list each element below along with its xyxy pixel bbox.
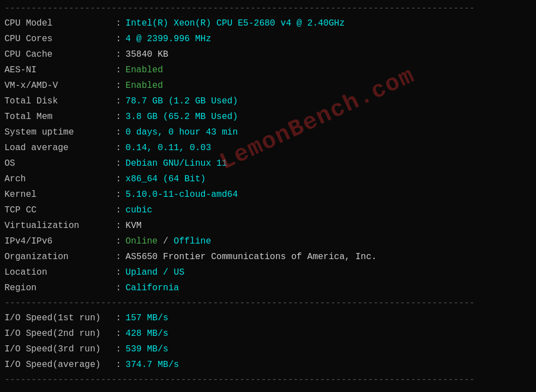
io-1st-run-value: 157 MB/s	[126, 311, 169, 325]
os-label: OS	[4, 157, 116, 170]
system-info-section: CPU Model : Intel(R) Xeon(R) CPU E5-2680…	[0, 14, 536, 297]
region-label: Region	[4, 281, 116, 295]
location-value: Upland / US	[126, 266, 185, 279]
cpu-model-value: Intel(R) Xeon(R) CPU E5-2680 v4 @ 2.40GH…	[126, 17, 345, 30]
io-2nd-run-colon: :	[116, 327, 121, 340]
location-colon: :	[116, 266, 121, 279]
aes-ni-label: AES-NI	[4, 63, 116, 77]
cpu-cores-label: CPU Cores	[4, 32, 116, 46]
location-label: Location	[4, 266, 116, 279]
io-3rd-run-row: I/O Speed(3rd run) : 539 MB/s	[0, 341, 536, 357]
cpu-cache-row: CPU Cache : 35840 KB	[0, 47, 536, 62]
total-mem-value: 3.8 GB (65.2 MB Used)	[126, 110, 238, 123]
aes-ni-value: Enabled	[126, 63, 163, 77]
os-colon: :	[116, 157, 121, 170]
load-average-value: 0.14, 0.11, 0.03	[126, 141, 212, 155]
total-mem-row: Total Mem : 3.8 GB (65.2 MB Used)	[0, 109, 536, 125]
vmx-row: VM-x/AMD-V : Enabled	[0, 78, 536, 93]
total-disk-colon: :	[116, 95, 121, 108]
io-3rd-run-value: 539 MB/s	[126, 343, 169, 356]
aes-ni-colon: :	[116, 63, 121, 77]
vmx-label: VM-x/AMD-V	[4, 79, 116, 92]
load-average-label: Load average	[4, 141, 116, 155]
middle-divider: ----------------------------------------…	[0, 297, 536, 309]
ipv4-ipv6-label: IPv4/IPv6	[4, 235, 116, 248]
region-value: California	[126, 281, 179, 295]
os-row: OS : Debian GNU/Linux 11	[0, 156, 536, 171]
kernel-label: Kernel	[4, 188, 116, 201]
system-uptime-colon: :	[116, 126, 121, 139]
cpu-cores-colon: :	[116, 32, 121, 46]
tcp-cc-label: TCP CC	[4, 204, 116, 217]
io-2nd-run-value: 428 MB/s	[126, 327, 169, 340]
region-row: Region : California	[0, 280, 536, 296]
cpu-cache-value: 35840 KB	[126, 48, 169, 61]
ipv4-ipv6-colon: :	[116, 235, 121, 248]
tcp-cc-value: cubic	[126, 204, 153, 217]
kernel-value: 5.10.0-11-cloud-amd64	[126, 188, 238, 201]
cpu-cache-colon: :	[116, 48, 121, 61]
load-average-row: Load average : 0.14, 0.11, 0.03	[0, 140, 536, 156]
total-disk-value: 78.7 GB (1.2 GB Used)	[126, 95, 238, 108]
io-section: I/O Speed(1st run) : 157 MB/s I/O Speed(…	[0, 309, 536, 374]
vmx-value: Enabled	[126, 79, 163, 92]
organization-colon: :	[116, 250, 121, 264]
arch-value: x86_64 (64 Bit)	[126, 172, 206, 186]
ipv6-offline: Offline	[174, 236, 211, 246]
cpu-model-label: CPU Model	[4, 17, 116, 30]
ipv4-ipv6-row: IPv4/IPv6 : Online / Offline	[0, 234, 536, 249]
arch-label: Arch	[4, 172, 116, 186]
virtualization-colon: :	[116, 219, 121, 232]
io-average-value: 374.7 MB/s	[126, 358, 179, 371]
cpu-model-row: CPU Model : Intel(R) Xeon(R) CPU E5-2680…	[0, 16, 536, 31]
kernel-row: Kernel : 5.10.0-11-cloud-amd64	[0, 187, 536, 202]
region-colon: :	[116, 281, 121, 295]
top-divider: ----------------------------------------…	[0, 2, 536, 14]
aes-ni-row: AES-NI : Enabled	[0, 62, 536, 78]
virtualization-value: KVM	[126, 219, 142, 232]
arch-colon: :	[116, 172, 121, 186]
cpu-cache-label: CPU Cache	[4, 48, 116, 61]
tcp-cc-row: TCP CC : cubic	[0, 202, 536, 218]
cpu-model-colon: :	[116, 17, 121, 30]
virtualization-label: Virtualization	[4, 219, 116, 232]
system-uptime-label: System uptime	[4, 126, 116, 139]
ip-slash: /	[163, 236, 174, 246]
cpu-cores-row: CPU Cores : 4 @ 2399.996 MHz	[0, 31, 536, 47]
location-row: Location : Upland / US	[0, 265, 536, 280]
io-average-row: I/O Speed(average) : 374.7 MB/s	[0, 357, 536, 373]
tcp-cc-colon: :	[116, 204, 121, 217]
io-average-colon: :	[116, 358, 121, 371]
total-mem-colon: :	[116, 110, 121, 123]
kernel-colon: :	[116, 188, 121, 201]
vmx-colon: :	[116, 79, 121, 92]
load-average-colon: :	[116, 141, 121, 155]
total-mem-label: Total Mem	[4, 110, 116, 123]
io-1st-run-colon: :	[116, 311, 121, 325]
io-3rd-run-label: I/O Speed(3rd run)	[4, 343, 116, 356]
organization-label: Organization	[4, 250, 116, 264]
io-1st-run-label: I/O Speed(1st run)	[4, 311, 116, 325]
terminal: LemonBench.com -------------------------…	[0, 0, 536, 392]
arch-row: Arch : x86_64 (64 Bit)	[0, 171, 536, 187]
io-3rd-run-colon: :	[116, 343, 121, 356]
ipv4-ipv6-value: Online / Offline	[126, 235, 212, 248]
virtualization-row: Virtualization : KVM	[0, 218, 536, 234]
cpu-cores-value: 4 @ 2399.996 MHz	[126, 32, 212, 46]
organization-row: Organization : AS5650 Frontier Communica…	[0, 249, 536, 265]
io-2nd-run-row: I/O Speed(2nd run) : 428 MB/s	[0, 326, 536, 341]
bottom-divider: ----------------------------------------…	[0, 374, 536, 386]
io-average-label: I/O Speed(average)	[4, 358, 116, 371]
organization-value: AS5650 Frontier Communications of Americ…	[126, 250, 377, 264]
io-1st-run-row: I/O Speed(1st run) : 157 MB/s	[0, 310, 536, 326]
total-disk-label: Total Disk	[4, 95, 116, 108]
os-value: Debian GNU/Linux 11	[126, 157, 227, 170]
total-disk-row: Total Disk : 78.7 GB (1.2 GB Used)	[0, 93, 536, 109]
system-uptime-value: 0 days, 0 hour 43 min	[126, 126, 238, 139]
ipv4-online: Online	[126, 236, 158, 246]
io-2nd-run-label: I/O Speed(2nd run)	[4, 327, 116, 340]
system-uptime-row: System uptime : 0 days, 0 hour 43 min	[0, 125, 536, 140]
